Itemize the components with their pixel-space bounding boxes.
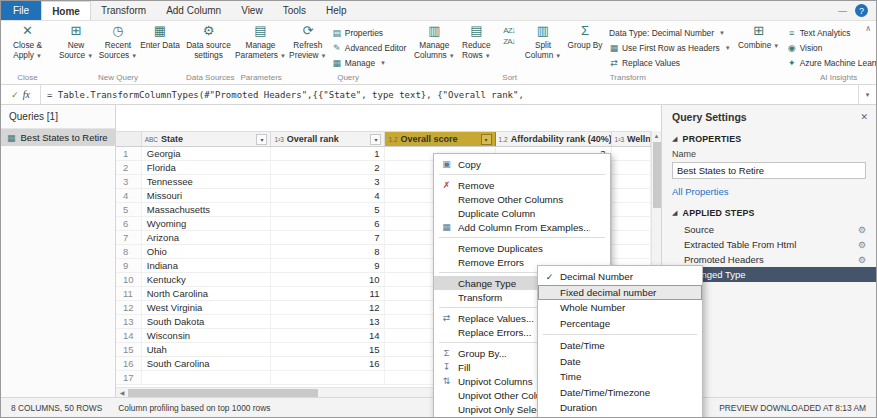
context-menu-item[interactable]: ▦ Add Column From Examples... (434, 220, 610, 234)
cell-overall-rank[interactable]: 8 (271, 245, 385, 258)
data-type-button[interactable]: Data Type: Decimal Number▼ (606, 25, 734, 40)
cell-overall-rank[interactable]: 12 (271, 301, 385, 314)
submenu-item[interactable]: Fixed decimal number (538, 285, 702, 301)
cell-overall-rank[interactable]: 2 (271, 161, 385, 174)
close-apply-button[interactable]: ✕ Close & Apply▼ (4, 23, 51, 61)
sort-ascending-button[interactable]: AZ↓ (501, 26, 516, 35)
collapse-ribbon-icon[interactable]: ∧ (865, 24, 871, 33)
help-icon[interactable]: ? (855, 4, 868, 17)
azure-ml-button[interactable]: ✦Azure Machine Learning (784, 55, 876, 70)
submenu-item[interactable]: Date/Time (538, 338, 702, 354)
query-name-input[interactable] (672, 162, 866, 179)
cell-overall-rank[interactable]: 1 (271, 147, 385, 160)
column-header[interactable]: ABCState▾ (142, 132, 272, 146)
cell-state[interactable]: Indiana (142, 259, 272, 272)
column-header[interactable]: 1²3Wellness r▾ (612, 132, 651, 146)
cell-wellness[interactable] (612, 231, 651, 244)
data-source-settings-button[interactable]: ⚙ Data source settings (185, 23, 232, 61)
profiling-status[interactable]: Column profiling based on top 1000 rows (118, 403, 270, 413)
split-column-button[interactable]: ▥ Split Column▼ (522, 23, 564, 61)
cell-overall-rank[interactable]: 4 (271, 189, 385, 202)
new-source-button[interactable]: ⊞ New Source▼ (55, 23, 97, 61)
cell-state[interactable]: Florida (142, 161, 272, 174)
manage-parameters-button[interactable]: ▤ Manage Parameters▼ (239, 23, 281, 61)
cell-wellness[interactable] (612, 147, 651, 160)
grid-corner-cell[interactable] (116, 132, 142, 146)
manage-button[interactable]: ▦Manage▼ (329, 55, 409, 70)
column-header[interactable]: 1²3Overall rank▾ (271, 132, 385, 146)
cell-state[interactable]: South Dakota (142, 315, 272, 328)
group-by-button[interactable]: Σ Group By (564, 23, 606, 52)
cell-overall-rank[interactable]: 9 (271, 259, 385, 272)
submenu-item[interactable]: Percentage (538, 316, 702, 332)
query-list-item[interactable]: ▦ Best States to Retire (1, 129, 115, 146)
menu-tab[interactable]: Add Column (156, 1, 231, 20)
combine-button[interactable]: ⊞ Combine▼ (738, 23, 780, 52)
gear-icon[interactable]: ⚙ (858, 225, 866, 235)
file-tab[interactable]: File (1, 1, 41, 20)
recent-sources-button[interactable]: ◷ Recent Sources▼ (97, 23, 139, 61)
manage-columns-button[interactable]: ▥ Manage Columns▼ (413, 23, 455, 61)
context-menu-item[interactable] (439, 237, 605, 238)
cell-overall-rank[interactable]: 10 (271, 273, 385, 286)
cell-state[interactable]: Georgia (142, 147, 272, 160)
context-menu-item[interactable] (439, 174, 605, 175)
cell-state[interactable]: West Virginia (142, 301, 272, 314)
properties-button[interactable]: ▤Properties (329, 25, 409, 40)
context-menu-item[interactable]: ✗ Remove (434, 178, 610, 192)
menu-tab[interactable]: View (231, 1, 273, 20)
applied-step[interactable]: Source ⚙ (662, 222, 876, 237)
context-menu-item[interactable]: ▣ Copy (434, 157, 610, 171)
filter-dropdown-icon[interactable]: ▾ (481, 134, 492, 145)
menu-tab[interactable]: Tools (273, 1, 316, 20)
cell-state[interactable]: Utah (142, 343, 272, 356)
formula-expand-icon[interactable]: ▾ (858, 85, 876, 104)
menu-tab[interactable]: Help (316, 1, 357, 20)
all-properties-link[interactable]: All Properties (662, 183, 876, 203)
menu-tab[interactable]: Transform (91, 1, 156, 20)
submenu-item[interactable]: Time (538, 369, 702, 385)
cell-overall-rank[interactable]: 13 (271, 315, 385, 328)
minimize-icon[interactable]: — (838, 6, 847, 16)
menu-tab[interactable]: Home (41, 1, 91, 20)
context-menu-item[interactable]: Remove Other Columns (434, 192, 610, 206)
cell-overall-rank[interactable]: 16 (271, 357, 385, 370)
submenu-item[interactable]: Date/Time/Timezone (538, 385, 702, 401)
vertical-scroll-thumb[interactable] (653, 142, 661, 208)
cell-state[interactable]: North Carolina (142, 287, 272, 300)
gear-icon[interactable]: ⚙ (858, 240, 866, 250)
submenu-item[interactable]: Whole Number (538, 300, 702, 316)
column-header[interactable]: 1.2Overall score▾ (385, 132, 495, 146)
cell-state[interactable]: South Carolina (142, 357, 272, 370)
scroll-left-icon[interactable]: ◀ (116, 389, 128, 396)
cell-state[interactable]: Tennessee (142, 175, 272, 188)
cell-state[interactable]: Missouri (142, 189, 272, 202)
context-menu-item[interactable]: Duplicate Column (434, 206, 610, 220)
cell-wellness[interactable] (612, 217, 651, 230)
close-icon[interactable]: ✕ (860, 112, 868, 122)
enter-data-button[interactable]: ▦ Enter Data (139, 23, 181, 52)
reduce-rows-button[interactable]: ▤ Reduce Rows▼ (455, 23, 497, 61)
cell-state[interactable]: Kentucky (142, 273, 272, 286)
cell-overall-rank[interactable]: 11 (271, 287, 385, 300)
vision-button[interactable]: ◉Vision (784, 40, 876, 55)
submenu-item[interactable]: Duration (538, 400, 702, 416)
use-first-row-button[interactable]: ▦Use First Row as Headers▼ (606, 40, 734, 55)
cell-state[interactable]: Arizona (142, 231, 272, 244)
formula-input[interactable]: = Table.TransformColumnTypes(#"Promoted … (41, 85, 858, 104)
column-header[interactable]: 1.2Affordability rank (40%)▾ (496, 132, 612, 146)
cell-overall-rank[interactable]: 3 (271, 175, 385, 188)
filter-dropdown-icon[interactable]: ▾ (256, 134, 267, 145)
cell-state[interactable] (142, 371, 272, 384)
replace-values-button[interactable]: ⇄Replace Values (606, 55, 734, 70)
cell-wellness[interactable] (612, 175, 651, 188)
cell-overall-rank[interactable]: 15 (271, 343, 385, 356)
advanced-editor-button[interactable]: ✎Advanced Editor (329, 40, 409, 55)
horizontal-scroll-thumb[interactable] (128, 389, 318, 397)
cell-wellness[interactable] (612, 161, 651, 174)
cell-state[interactable]: Ohio (142, 245, 272, 258)
cell-wellness[interactable] (612, 189, 651, 202)
collapse-triangle-icon[interactable]: ◢ (672, 135, 678, 143)
applied-step[interactable]: Extracted Table From Html ⚙ (662, 237, 876, 252)
cell-state[interactable]: Wisconsin (142, 329, 272, 342)
